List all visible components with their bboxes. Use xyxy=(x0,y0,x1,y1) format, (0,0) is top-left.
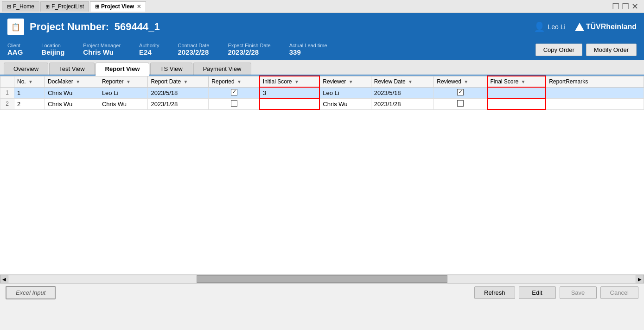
expect-finish-label: Expect Finish Date xyxy=(228,43,270,48)
col-initial-score-dropdown-icon[interactable]: ▼ xyxy=(294,79,299,84)
cell-reported[interactable] xyxy=(209,98,260,109)
col-initial-score-label: Initial Score xyxy=(263,78,292,85)
col-final-score-dropdown-icon[interactable]: ▼ xyxy=(521,79,526,84)
info-fields: Client AAG Location Beijing Project Mana… xyxy=(7,43,327,56)
col-header-reporter[interactable]: Reporter ▼ xyxy=(99,76,148,87)
report-table: No. ▼ DocMaker ▼ Reporter ▼ Report Date … xyxy=(0,76,644,110)
projectview-tab-icon: ⊞ xyxy=(95,4,99,10)
cell-initial-score xyxy=(260,98,319,109)
save-button[interactable]: Save xyxy=(560,286,597,299)
info-authority: Authority E24 xyxy=(139,43,159,56)
col-header-review-date[interactable]: Review Date ▼ xyxy=(371,76,434,87)
col-header-initial-score[interactable]: Initial Score ▼ xyxy=(260,76,319,87)
tab-ts-view[interactable]: TS View xyxy=(150,63,192,75)
cell-final-score xyxy=(487,87,546,98)
authority-label: Authority xyxy=(139,43,159,48)
actual-lead-label: Actual Lead time xyxy=(289,43,327,48)
col-header-docmaker[interactable]: DocMaker ▼ xyxy=(45,76,99,87)
reviewed-unchecked-icon[interactable] xyxy=(457,100,464,107)
excel-input-button[interactable]: Excel Input xyxy=(6,286,56,299)
header: 📋 Project Number: 569444_1 👤 Leo Li TÜVR… xyxy=(0,13,644,41)
col-report-date-dropdown-icon[interactable]: ▼ xyxy=(183,79,188,84)
scroll-track[interactable] xyxy=(8,275,636,283)
info-location: Location Beijing xyxy=(41,43,64,56)
cell-review-date: 2023/1/28 xyxy=(371,98,434,109)
user-icon: 👤 xyxy=(534,21,545,32)
col-header-reviewed[interactable]: Reviewed ▼ xyxy=(434,76,487,87)
scroll-right-button[interactable]: ▶ xyxy=(636,275,644,283)
col-reported-dropdown-icon[interactable]: ▼ xyxy=(237,79,242,84)
cell-reporter: Leo Li xyxy=(99,87,148,98)
reported-unchecked-icon[interactable] xyxy=(231,100,237,107)
location-value: Beijing xyxy=(41,48,64,56)
refresh-button[interactable]: Refresh xyxy=(474,286,515,299)
copy-order-button[interactable]: Copy Order xyxy=(536,44,582,56)
contract-date-label: Contract Date xyxy=(178,43,210,48)
col-docmaker-dropdown-icon[interactable]: ▼ xyxy=(76,79,80,84)
cell-initial-score: 3 xyxy=(260,87,319,98)
col-review-date-dropdown-icon[interactable]: ▼ xyxy=(408,79,413,84)
col-remarks-label: ReportRemarks xyxy=(549,78,588,85)
col-header-report-date[interactable]: Report Date ▼ xyxy=(148,76,209,87)
col-reviewed-label: Reviewed xyxy=(437,78,461,85)
col-reporter-dropdown-icon[interactable]: ▼ xyxy=(126,79,131,84)
projectlist-tab-icon: ⊞ xyxy=(45,4,50,10)
project-number: 569444_1 xyxy=(115,21,160,32)
table-header-row: No. ▼ DocMaker ▼ Reporter ▼ Report Date … xyxy=(0,76,644,87)
table-row[interactable]: 11Chris WuLeo Li2023/5/183Leo Li2023/5/1… xyxy=(0,87,644,98)
info-bar: Client AAG Location Beijing Project Mana… xyxy=(0,41,644,60)
scroll-left-button[interactable]: ◀ xyxy=(0,275,8,283)
tab-payment-view[interactable]: Payment View xyxy=(193,63,251,75)
cell-remarks xyxy=(546,98,644,109)
cell-reviewed[interactable] xyxy=(434,87,487,98)
col-header-no[interactable]: No. ▼ xyxy=(14,76,45,87)
cell-reviewed[interactable] xyxy=(434,98,487,109)
horizontal-scrollbar[interactable]: ◀ ▶ xyxy=(0,275,644,283)
col-header-reported[interactable]: Reported ▼ xyxy=(209,76,260,87)
tab-test-view[interactable]: Test View xyxy=(49,63,94,75)
table-area[interactable]: No. ▼ DocMaker ▼ Reporter ▼ Report Date … xyxy=(0,76,644,275)
tab-report-view[interactable]: Report View xyxy=(96,63,150,76)
header-left: 📋 Project Number: 569444_1 xyxy=(7,19,160,35)
projectlist-tab-label: F_ProjectList xyxy=(51,3,84,10)
cell-remarks xyxy=(546,87,644,98)
col-no-label: No. xyxy=(17,78,26,85)
col-reviewed-dropdown-icon[interactable]: ▼ xyxy=(464,79,468,84)
scroll-thumb[interactable] xyxy=(197,275,447,283)
cell-no: 1 xyxy=(14,87,45,98)
cancel-button[interactable]: Cancel xyxy=(600,286,638,299)
header-right: 👤 Leo Li TÜVRheinland xyxy=(534,21,637,32)
actual-lead-value: 339 xyxy=(289,48,327,56)
col-header-remarks: ReportRemarks xyxy=(546,76,644,87)
col-header-reviewer[interactable]: Reviewer ▼ xyxy=(319,76,371,87)
col-header-final-score[interactable]: Final Score ▼ xyxy=(487,76,546,87)
tab-home[interactable]: ⊞ F_Home xyxy=(2,1,39,12)
close-tab-icon[interactable]: ✕ xyxy=(137,4,141,10)
action-buttons: Copy Order Modify Order xyxy=(536,44,637,56)
col-reviewer-dropdown-icon[interactable]: ▼ xyxy=(349,79,353,84)
info-contract-date: Contract Date 2023/2/28 xyxy=(178,43,210,56)
client-label: Client xyxy=(7,43,23,48)
col-report-date-label: Report Date xyxy=(151,78,181,85)
table-row[interactable]: 22Chris WuChris Wu2023/1/28Chris Wu2023/… xyxy=(0,98,644,109)
modify-order-button[interactable]: Modify Order xyxy=(586,44,637,56)
tab-overview[interactable]: Overview xyxy=(4,63,48,75)
col-docmaker-label: DocMaker xyxy=(48,78,73,85)
col-final-score-label: Final Score xyxy=(491,78,519,85)
info-project-manager: Project Manager Chris Wu xyxy=(83,43,121,56)
col-no-dropdown-icon[interactable]: ▼ xyxy=(28,79,33,84)
edit-button[interactable]: Edit xyxy=(519,286,556,299)
tab-projectlist[interactable]: ⊞ F_ProjectList xyxy=(40,1,89,12)
bottom-bar: Excel Input Refresh Edit Save Cancel xyxy=(0,283,644,302)
bottom-right-buttons: Refresh Edit Save Cancel xyxy=(474,286,638,299)
info-expect-finish: Expect Finish Date 2023/2/28 xyxy=(228,43,270,56)
info-client: Client AAG xyxy=(7,43,23,56)
tuv-logo: TÜVRheinland xyxy=(575,23,637,31)
tuv-text: TÜVRheinland xyxy=(586,23,637,31)
tab-projectview[interactable]: ⊞ Project View ✕ xyxy=(90,1,146,12)
reviewed-checked-icon[interactable] xyxy=(457,89,464,95)
cell-report-date: 2023/1/28 xyxy=(148,98,209,109)
reported-checked-icon[interactable] xyxy=(231,89,237,95)
cell-reported[interactable] xyxy=(209,87,260,98)
user-name: Leo Li xyxy=(548,23,566,31)
